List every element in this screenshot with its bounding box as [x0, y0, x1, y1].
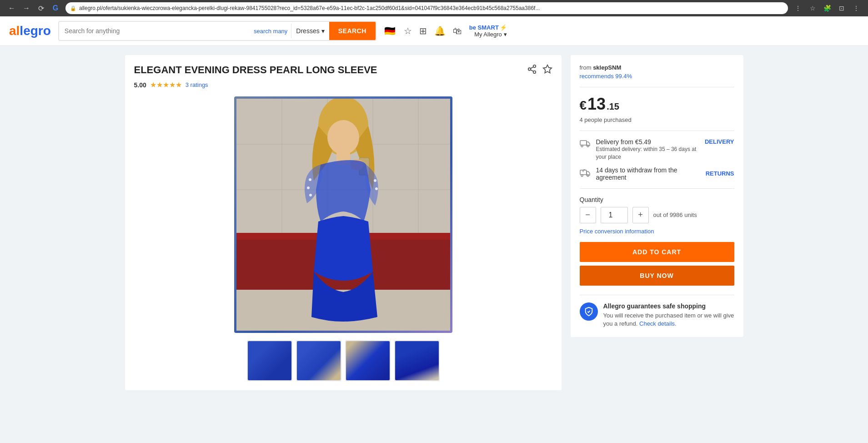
- browser-action-buttons: ⋮ ☆ 🧩 ⊡ ⋮: [792, 2, 863, 15]
- delivery-cost: Delivery from €5.49: [596, 138, 699, 146]
- main-content: ELEGANT EVENING DRESS PEARL LONG SLEEVE …: [116, 46, 753, 399]
- wishlist-button[interactable]: [542, 64, 552, 77]
- quantity-increase-button[interactable]: +: [632, 207, 649, 223]
- product-sidebar: from sklepSNM recommends 99.4% € 13 .15 …: [571, 55, 743, 390]
- svg-marker-5: [543, 65, 551, 73]
- search-button[interactable]: SEARCH: [329, 22, 376, 40]
- seller-recommends: recommends 99.4%: [580, 73, 734, 80]
- product-header: ELEGANT EVENING DRESS PEARL LONG SLEEVE: [134, 64, 552, 76]
- my-allegro-label: My Allegro: [474, 31, 502, 38]
- add-to-cart-button[interactable]: ADD TO CART: [580, 242, 734, 262]
- svg-point-1: [528, 68, 531, 70]
- logo-text-3: gro: [30, 24, 51, 38]
- divider-2: [580, 131, 734, 131]
- forward-button[interactable]: →: [20, 2, 33, 15]
- svg-point-23: [307, 186, 310, 189]
- seller-prefix: from: [580, 64, 593, 71]
- returns-row: 14 days to withdraw from the agreement R…: [580, 166, 734, 181]
- smart-label: be SMART: [469, 24, 499, 31]
- product-rating: 5.00 ★★★★★ 3 ratings: [134, 81, 552, 89]
- guarantee-desc: You will receive the purchased item or w…: [603, 312, 734, 328]
- price-currency: €: [580, 98, 587, 113]
- delivery-info: Delivery from €5.49 Estimated delivery: …: [596, 138, 699, 161]
- delivery-estimate: Estimated delivery: within 35 – 36 days …: [596, 146, 699, 161]
- address-text: allegro.pl/oferta/sukienka-wieczorowa-el…: [79, 5, 783, 11]
- logo-text-2: le: [20, 24, 30, 38]
- delivery-truck-icon: [580, 139, 591, 150]
- refresh-button[interactable]: ⟳: [35, 2, 47, 15]
- thumbnail-4[interactable]: [394, 340, 440, 381]
- ratings-count[interactable]: 3 ratings: [186, 81, 208, 88]
- delivery-link[interactable]: DELIVERY: [705, 138, 734, 145]
- product-title: ELEGANT EVENING DRESS PEARL LONG SLEEVE: [134, 64, 552, 76]
- address-bar[interactable]: 🔒 allegro.pl/oferta/sukienka-wieczorowa-…: [65, 2, 788, 14]
- browser-nav: ← → ⟳ G: [5, 2, 62, 15]
- window-toggle-button[interactable]: ⊡: [835, 2, 848, 15]
- returns-link[interactable]: RETURNS: [706, 170, 734, 177]
- search-input[interactable]: [59, 24, 250, 38]
- price-container: € 13 .15: [580, 95, 734, 114]
- product-top-actions: [527, 64, 552, 77]
- svg-point-28: [581, 145, 583, 147]
- guarantee-check-details-link[interactable]: Check details.: [639, 320, 677, 327]
- smart-badge: be SMART ⚡ My Allegro ▾: [469, 24, 507, 38]
- header-actions: 🇩🇪 ☆ ⊞ 🔔 🛍 be SMART ⚡ My Allegro ▾: [384, 24, 507, 38]
- price-cents: .15: [607, 101, 619, 112]
- cart-icon-button[interactable]: 🛍: [453, 26, 462, 36]
- search-many-label[interactable]: search many: [250, 28, 291, 35]
- thumbnail-1[interactable]: [247, 340, 292, 381]
- search-category-dropdown[interactable]: Dresses ▾: [291, 24, 329, 38]
- people-purchased: 4 people purchased: [580, 116, 734, 123]
- favorite-icon-button[interactable]: ☆: [404, 25, 412, 36]
- product-thumbnails: [134, 340, 552, 381]
- site-header: allegro search many Dresses ▾ SEARCH 🇩🇪 …: [0, 16, 868, 46]
- share-button[interactable]: [527, 64, 537, 77]
- star-icons: ★★★★★: [150, 81, 182, 89]
- share-browser-button[interactable]: ⋮: [792, 2, 804, 15]
- svg-point-26: [375, 187, 378, 190]
- svg-point-32: [587, 175, 589, 176]
- product-image-main: [234, 96, 452, 333]
- price-conversion-link[interactable]: Price conversion information: [580, 228, 734, 235]
- quantity-section: Quantity − + out of 9986 units Price con…: [580, 196, 734, 235]
- country-flag[interactable]: 🇩🇪: [384, 25, 396, 37]
- guarantee-title: Allegro guarantees safe shopping: [603, 302, 734, 310]
- svg-point-0: [533, 65, 536, 68]
- price-main: 13: [587, 95, 606, 114]
- thumbnail-3[interactable]: [345, 340, 391, 381]
- lock-icon: 🔒: [70, 5, 76, 11]
- extensions-button[interactable]: 🧩: [821, 2, 833, 15]
- quantity-decrease-button[interactable]: −: [580, 207, 596, 223]
- more-options-button[interactable]: ⋮: [850, 2, 863, 15]
- product-section: ELEGANT EVENING DRESS PEARL LONG SLEEVE …: [125, 55, 562, 390]
- back-button[interactable]: ←: [5, 2, 18, 15]
- seller-info: from sklepSNM: [580, 64, 734, 71]
- quantity-stock: out of 9986 units: [653, 211, 697, 218]
- guarantee-text: Allegro guarantees safe shopping You wil…: [603, 302, 734, 328]
- notifications-icon-button[interactable]: 🔔: [434, 25, 446, 36]
- delivery-section: Delivery from €5.49 Estimated delivery: …: [580, 138, 734, 181]
- messages-icon-button[interactable]: ⊞: [419, 25, 427, 36]
- quantity-label: Quantity: [580, 196, 734, 203]
- google-button[interactable]: G: [49, 2, 62, 15]
- bookmark-button[interactable]: ☆: [806, 2, 819, 15]
- chevron-down-icon-2: ▾: [504, 31, 507, 38]
- quantity-input[interactable]: [601, 207, 628, 223]
- divider-3: [580, 188, 734, 189]
- thumbnail-2[interactable]: [296, 340, 341, 381]
- category-label: Dresses: [296, 27, 319, 35]
- chevron-down-icon: ▾: [321, 27, 325, 35]
- guarantee-section: Allegro guarantees safe shopping You wil…: [580, 295, 734, 328]
- logo-text: al: [9, 24, 20, 38]
- svg-point-24: [309, 194, 312, 196]
- logo[interactable]: allegro: [9, 24, 51, 38]
- svg-point-29: [587, 145, 589, 147]
- guarantee-icon: [580, 302, 598, 321]
- browser-chrome: ← → ⟳ G 🔒 allegro.pl/oferta/sukienka-wie…: [0, 0, 868, 16]
- lightning-icon: ⚡: [500, 24, 507, 31]
- delivery-row: Delivery from €5.49 Estimated delivery: …: [580, 138, 734, 161]
- svg-line-4: [530, 67, 533, 69]
- buy-now-button[interactable]: BUY NOW: [580, 266, 734, 286]
- my-allegro-dropdown[interactable]: My Allegro ▾: [474, 31, 507, 38]
- svg-point-25: [374, 179, 376, 182]
